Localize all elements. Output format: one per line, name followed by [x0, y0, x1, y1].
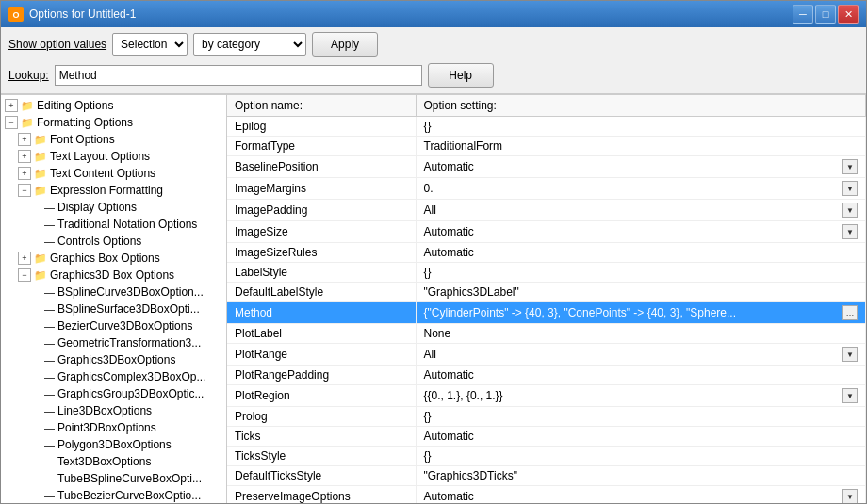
sidebar-item-beziercurve3dbox[interactable]: —BezierCurve3DBoxOptions	[1, 317, 226, 334]
sidebar-item-tubebeziercurve[interactable]: —TubeBezierCurveBoxOptio...	[1, 487, 226, 503]
option-value-text: All	[424, 348, 436, 361]
table-row[interactable]: PreserveImageOptionsAutomatic▼	[227, 486, 866, 504]
sidebar-item-formatting-options[interactable]: −📁Formatting Options	[1, 114, 226, 131]
option-name-cell: PlotRangePadding	[227, 366, 416, 385]
sidebar-item-tubebsplinecurve[interactable]: —TubeBSplineCurveBoxOpti...	[1, 470, 226, 487]
sidebar-item-label-formatting-options: Formatting Options	[37, 116, 133, 129]
option-name-cell: TicksStyle	[227, 447, 416, 466]
sidebar-item-graphics-box-options[interactable]: +📁Graphics Box Options	[1, 250, 226, 267]
maximize-button[interactable]: □	[815, 5, 836, 24]
sidebar-item-display-options[interactable]: —Display Options	[1, 199, 226, 216]
table-row[interactable]: Method{"CylinderPoints" -> {40, 3}, "Con…	[227, 302, 866, 324]
sidebar-item-graphicscomplex3dbox[interactable]: —GraphicsComplex3DBoxOp...	[1, 368, 226, 385]
table-row[interactable]: PlotRangePaddingAutomatic	[227, 366, 866, 385]
table-row[interactable]: PlotLabelNone	[227, 324, 866, 344]
close-button[interactable]: ✕	[838, 5, 859, 24]
table-row[interactable]: Epilog{}	[227, 117, 866, 137]
dropdown-arrow-icon[interactable]: ▼	[842, 224, 858, 239]
app-icon: O	[8, 7, 24, 22]
table-row[interactable]: DefaultLabelStyle"Graphics3DLabel"	[227, 283, 866, 302]
sidebar-item-label-text-layout-options: Text Layout Options	[50, 150, 150, 163]
dropdown-arrow-icon[interactable]: ▼	[842, 181, 858, 196]
dropdown-arrow-icon[interactable]: ▼	[842, 347, 858, 362]
option-name-cell: ImageSizeRules	[227, 243, 416, 263]
expand-icon-graphics3d-box-options[interactable]: −	[18, 268, 31, 282]
sidebar-item-graphics3dboptions[interactable]: —Graphics3DBoxOptions	[1, 351, 226, 368]
sidebar-item-editing-options[interactable]: +📁Editing Options	[1, 97, 226, 114]
leaf-icon: —	[44, 286, 55, 298]
table-row[interactable]: ImageMargins0.▼	[227, 178, 866, 200]
table-row[interactable]: Prolog{}	[227, 407, 866, 427]
sidebar-item-label-display-options: Display Options	[57, 201, 137, 214]
option-value-cell: All▼	[416, 344, 866, 366]
dropdown-arrow-icon[interactable]: ▼	[842, 489, 858, 503]
dropdown-arrow-icon[interactable]: ▼	[842, 159, 858, 174]
folder-icon: 📁	[34, 151, 47, 163]
leaf-icon: —	[44, 439, 55, 450]
option-value-text: {{0., 1.}, {0., 1.}}	[424, 389, 503, 402]
sidebar-item-bsplinesurface3dbox[interactable]: —BSplineSurface3DBoxOpti...	[1, 301, 226, 317]
sidebar-item-label-controls-options: Controls Options	[57, 235, 141, 248]
table-row[interactable]: BaselinePositionAutomatic▼	[227, 156, 866, 178]
sidebar-item-text-layout-options[interactable]: +📁Text Layout Options	[1, 148, 226, 165]
sidebar-item-label-font-options: Font Options	[50, 133, 115, 146]
expand-icon-text-layout-options[interactable]: +	[18, 150, 31, 163]
table-row[interactable]: ImageSizeAutomatic▼	[227, 221, 866, 243]
table-row[interactable]: PlotRangeAll▼	[227, 344, 866, 366]
table-row[interactable]: TicksStyle{}	[227, 447, 866, 466]
sidebar-item-traditional-notation-options[interactable]: —Traditional Notation Options	[1, 216, 226, 233]
expand-icon-formatting-options[interactable]: −	[5, 116, 18, 129]
option-name-cell: ImagePadding	[227, 200, 416, 221]
leaf-icon: —	[44, 388, 55, 399]
help-button[interactable]: Help	[428, 63, 494, 88]
sidebar-item-graphicsgroup3dbox[interactable]: —GraphicsGroup3DBoxOptic...	[1, 385, 226, 402]
dropdown-arrow-icon[interactable]: ▼	[842, 203, 858, 218]
sidebar-item-label-tubebsplinecurve: TubeBSplineCurveBoxOpti...	[57, 472, 202, 485]
table-row[interactable]: LabelStyle{}	[227, 263, 866, 283]
sidebar-item-bsplinecurve3dbox[interactable]: —BSplineCurve3DBoxOption...	[1, 284, 226, 301]
leaf-icon: —	[44, 303, 55, 315]
sidebar-item-line3dboxoptions[interactable]: —Line3DBoxOptions	[1, 402, 226, 419]
expand-icon-text-content-options[interactable]: +	[18, 167, 31, 180]
selection-dropdown[interactable]: Selection All Changed	[112, 33, 188, 56]
leaf-icon: —	[44, 236, 55, 247]
lookup-input[interactable]	[55, 65, 422, 86]
minimize-button[interactable]: ─	[793, 5, 813, 24]
table-row[interactable]: ImageSizeRulesAutomatic	[227, 243, 866, 263]
expand-icon-font-options[interactable]: +	[18, 133, 31, 146]
folder-icon: 📁	[34, 134, 47, 146]
sidebar-item-point3dboxoptions[interactable]: —Point3DBoxOptions	[1, 419, 226, 436]
sidebar-item-text-content-options[interactable]: +📁Text Content Options	[1, 165, 226, 182]
option-value-cell: Automatic▼	[416, 156, 866, 178]
table-row[interactable]: DefaultTicksStyle"Graphics3DTicks"	[227, 466, 866, 486]
expand-icon-expression-formatting[interactable]: −	[18, 184, 31, 197]
table-row[interactable]: ImagePaddingAll▼	[227, 200, 866, 221]
leaf-icon: —	[44, 456, 55, 467]
table-row[interactable]: FormatTypeTraditionalForm	[227, 137, 866, 156]
option-value-cell: Automatic▼	[416, 221, 866, 243]
table-row[interactable]: PlotRegion{{0., 1.}, {0., 1.}}▼	[227, 385, 866, 407]
sidebar-item-graphics3d-box-options[interactable]: −📁Graphics3D Box Options	[1, 267, 226, 284]
apply-button[interactable]: Apply	[312, 32, 378, 57]
header-area: Show option values Selection All Changed…	[1, 27, 866, 94]
category-dropdown[interactable]: by category alphabetical	[193, 33, 306, 56]
sidebar-item-expression-formatting[interactable]: −📁Expression Formatting	[1, 182, 226, 199]
sidebar-item-font-options[interactable]: +📁Font Options	[1, 131, 226, 148]
expand-icon-editing-options[interactable]: +	[5, 99, 18, 112]
sidebar-item-polygon3dboxoptions[interactable]: —Polygon3DBoxOptions	[1, 436, 226, 453]
option-name-cell: DefaultLabelStyle	[227, 283, 416, 302]
option-value-cell: "Graphics3DLabel"	[416, 283, 866, 302]
sidebar-item-label-text3dboxoptions: Text3DBoxOptions	[57, 455, 151, 468]
expand-icon-graphics-box-options[interactable]: +	[18, 252, 31, 265]
sidebar-item-label-line3dboxoptions: Line3DBoxOptions	[57, 404, 152, 417]
sidebar-item-label-graphics-box-options: Graphics Box Options	[50, 252, 160, 265]
sidebar-item-geometrictransformation3d[interactable]: —GeometricTransformation3...	[1, 334, 226, 351]
sidebar-item-text3dboxoptions[interactable]: —Text3DBoxOptions	[1, 453, 226, 470]
leaf-icon: —	[44, 354, 55, 366]
dropdown-arrow-icon[interactable]: ▼	[842, 388, 858, 403]
table-row[interactable]: TicksAutomatic	[227, 427, 866, 447]
option-name-cell: PlotRange	[227, 344, 416, 366]
sidebar-item-controls-options[interactable]: —Controls Options	[1, 233, 226, 250]
sidebar-item-label-text-content-options: Text Content Options	[50, 167, 155, 180]
edit-button[interactable]: …	[842, 305, 858, 320]
